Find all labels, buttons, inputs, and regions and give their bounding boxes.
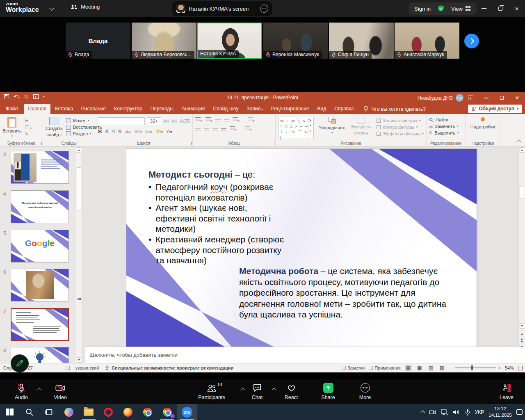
clipboard-dialog-launcher-icon[interactable] [39,142,42,145]
notification-center-icon[interactable] [516,409,523,415]
network-icon[interactable] [441,409,448,415]
scrollbar-thumb[interactable] [520,187,524,199]
video-tile-natalia-active-speaker[interactable]: Наталія КУЧМА [197,23,262,59]
react-button[interactable]: React [279,383,304,400]
comments-toggle-button[interactable]: Примечания [369,365,401,370]
search-button[interactable] [20,404,39,420]
account-area[interactable]: Незабудка ДНЗ НД [418,94,463,102]
paste-button[interactable]: Вставить ▾ [2,117,22,138]
speaker-icon[interactable] [453,409,460,415]
slide-sorter-view-button[interactable]: ▦ [416,365,423,371]
leave-button[interactable]: Leave [494,383,519,400]
shape-fill-button[interactable]: Заливка фигуры▾ [377,118,424,123]
zoom-out-icon[interactable]: − [450,365,452,370]
audio-button[interactable]: Audio [7,383,36,400]
minimize-button[interactable] [476,0,492,17]
firefox-button[interactable] [118,404,138,420]
ribbon-display-options-icon[interactable]: ▴ [463,92,478,103]
drawing-dialog-launcher-icon[interactable] [422,142,425,145]
ppt-minimize-button[interactable] [478,92,494,103]
tab-slideshow[interactable]: Слайд-шоу [209,104,242,114]
italic-button[interactable]: К [105,129,108,135]
zoom-slider[interactable]: − + [450,365,501,370]
next-slide-button[interactable]: ▼▼ [520,340,524,345]
zoom-in-icon[interactable]: + [498,365,501,370]
slide-thumbnail-7-selected[interactable] [11,308,69,341]
scrollbar-thumb[interactable] [77,167,81,210]
bold-button[interactable]: Ж [98,129,102,135]
tab-record[interactable]: Запись [243,104,267,114]
chat-options-chevron-icon[interactable] [272,388,276,392]
tray-expand-chevron-icon[interactable] [420,410,425,415]
tab-options-ellipsis-icon[interactable]: ⋯ [260,5,268,13]
video-tile-vlada[interactable]: Влада Влада [66,23,130,59]
opera-button[interactable] [98,404,118,420]
tab-help[interactable]: Справка [330,104,358,114]
underline-button[interactable]: Ч [112,129,115,135]
quick-styles-button[interactable]: Экспресс- стили ▾ [351,117,372,135]
select-button[interactable]: ⇱Выделить▾ [429,130,463,135]
change-case-button[interactable]: Аа▾ [145,130,152,134]
accessibility-checker[interactable]: Специальные возможности: проверьте реком… [105,365,233,370]
view-button[interactable]: View [451,6,471,12]
character-spacing-button[interactable]: AV▾ [135,130,142,134]
video-tile-veronika[interactable]: Вероніка Максимчук [263,23,328,59]
tab-draw[interactable]: Рисование [77,104,110,114]
tab-design[interactable]: Конструктор [110,104,146,114]
shape-outline-button[interactable]: Контур фигуры▾ [377,125,424,130]
tab-insert[interactable]: Вставка [50,104,77,114]
text-direction-button[interactable]: ▾ [248,117,255,123]
tab-animations[interactable]: Анимация [178,104,209,114]
tab-review[interactable]: Рецензирование [267,104,313,114]
thumbnail-scrollbar[interactable]: ▲ ▼ [76,147,82,363]
microphone-tray-icon[interactable] [465,409,470,415]
convert-smartart-button[interactable]: ▾ [245,126,252,132]
panel-resize-handle[interactable]: ⇹ [77,296,82,302]
reading-view-button[interactable]: ▥ [427,365,434,371]
start-button[interactable] [0,404,20,420]
font-dialog-launcher-icon[interactable] [188,142,192,145]
tab-file[interactable]: Файл [0,104,24,114]
chrome-profile-button[interactable]: K [158,404,177,420]
highlight-color-button[interactable]: ab▾ [155,129,163,135]
next-participants-button[interactable] [464,34,479,48]
tell-me-search[interactable]: Что вы хотите сделать? [363,106,426,114]
collapse-ribbon-icon[interactable] [516,139,522,145]
tab-view[interactable]: Вид [313,104,331,114]
participants-button[interactable]: 14 Participants [193,383,231,400]
tab-shared-screen[interactable]: Наталія КУЧМА's screen ⋯ [172,1,272,16]
sign-in-button[interactable]: Sign in [414,6,431,12]
video-tile-anastasia[interactable]: Анастасія Марчук [395,23,459,59]
slide-thumbnail-5[interactable]: Google [11,230,69,262]
slide-thumbnail-6[interactable] [11,269,69,301]
font-size-input[interactable]: 32+ [147,117,161,125]
align-left-button[interactable] [195,127,201,131]
slide-vertical-scrollbar[interactable]: ▲ ▼ ▲▲ ▼▼ [518,147,525,347]
scroll-up-icon[interactable]: ▲ [520,147,524,153]
format-painter-button[interactable]: ✎ [25,132,32,137]
addins-button[interactable]: Надстройки [468,116,498,130]
clock[interactable]: 13:12 14.11.2025 [488,406,512,418]
decrease-indent-button[interactable] [215,118,221,122]
font-color-button[interactable]: А▾ [167,129,172,135]
chrome-button[interactable] [138,404,158,420]
previous-slide-button[interactable]: ▲▲ [520,331,524,337]
zoom-percentage[interactable]: 54% [505,365,514,370]
share-document-button[interactable]: Общий доступ ▾ [468,105,522,113]
scroll-up-icon[interactable]: ▲ [77,147,81,153]
new-slide-button[interactable]: Создать слайд ▾ [46,117,63,137]
paragraph-dialog-launcher-icon[interactable] [271,142,274,145]
zoom-app-button[interactable]: zm [177,404,197,420]
shapes-gallery[interactable]: ▭ ○ ▭ ╲ ↘ □ ○ □ △ ⌐ ⌐ ⇨ ⇩ ▭ ✎ ⌒ ∿ { ▴▾≡ [278,117,314,139]
video-tile-sofia[interactable]: Софія Лищун [329,23,394,59]
align-center-button[interactable] [204,127,209,131]
replace-button[interactable]: abЗаменить▾ [429,124,463,129]
tab-transitions[interactable]: Переходы [146,104,178,114]
slide-thumbnail-4[interactable]: Методична робота в закладі дошкільної ос… [11,190,69,223]
grow-font-button[interactable]: А˄ [163,119,169,124]
slideshow-button[interactable]: ▧ [438,365,445,371]
copilot-button[interactable] [59,404,79,420]
audio-options-chevron-icon[interactable] [37,388,41,392]
clear-formatting-button[interactable]: А⌫ [180,119,190,124]
meet-now-icon[interactable] [429,409,436,415]
